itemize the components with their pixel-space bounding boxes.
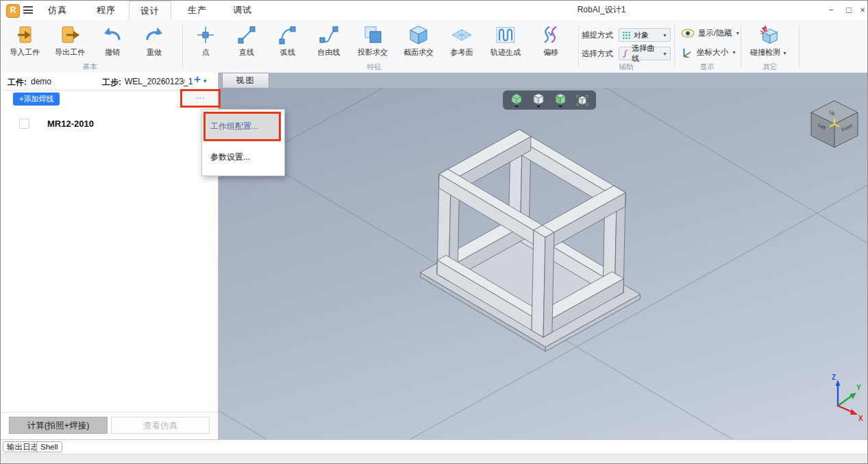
compute-button[interactable]: 计算(拍照+焊接) (9, 417, 108, 434)
button-label: 偏移 (543, 47, 558, 58)
add-weld-line-button[interactable]: +添加焊线 (13, 93, 60, 106)
projection-intersect-icon (362, 24, 384, 46)
group-label-display: 显示 (700, 62, 715, 72)
iso-view-button[interactable] (508, 93, 525, 108)
projection-intersect-button[interactable]: 投影求交 (349, 24, 397, 58)
group-label-feature: 特征 (367, 62, 382, 72)
tab-debug[interactable]: 调试 (223, 1, 262, 19)
chevron-down-icon (514, 106, 519, 108)
left-panel (1, 73, 218, 439)
workpiece-value: demo (31, 77, 51, 86)
show-hide-button[interactable]: 显示/隐藏 ▼ (681, 28, 740, 38)
import-icon (14, 24, 36, 46)
button-label: 轨迹生成 (491, 47, 521, 58)
menu-item-param-settings[interactable]: 参数设置... (206, 149, 280, 165)
section-intersect-icon (408, 24, 430, 46)
group-label-other: 其它 (763, 62, 778, 72)
undo-button[interactable]: 撤销 (92, 24, 133, 58)
chevron-down-icon: ▼ (782, 51, 787, 56)
viewport-canvas[interactable]: Up Left Front Z Y X (219, 88, 868, 439)
ribbon-separator (674, 24, 675, 68)
tab-simulation[interactable]: 仿真 (38, 1, 77, 19)
select-mode-dropdown[interactable]: 选择曲线 ▼ (619, 47, 671, 60)
chevron-down-icon (536, 106, 541, 108)
point-icon (195, 24, 216, 46)
arc-button[interactable]: 弧线 (267, 24, 308, 58)
bottom-tab-bar (1, 439, 867, 454)
status-bar (1, 454, 867, 464)
app-logo-icon[interactable]: R (6, 4, 20, 18)
annotation-highlight-more-button (180, 89, 221, 108)
chevron-down-icon: ▼ (735, 31, 740, 36)
select-mode-value: 选择曲线 (632, 43, 660, 64)
show-hide-label: 显示/隐藏 (698, 28, 732, 38)
iso-view-icon (510, 93, 523, 105)
face-view-button[interactable] (530, 93, 547, 108)
viewport-tab-view[interactable]: 视图 (222, 73, 269, 88)
fit-view-button[interactable] (574, 95, 591, 106)
minimize-button[interactable]: − (823, 1, 839, 19)
chevron-down-icon: ▼ (732, 50, 736, 55)
line-button[interactable]: 直线 (226, 24, 267, 58)
tab-design[interactable]: 设计 (129, 1, 171, 21)
point-button[interactable]: 点 (185, 24, 226, 58)
add-step-button[interactable]: + (194, 73, 201, 86)
tab-production[interactable]: 生产 (178, 1, 216, 19)
workpiece-label: 工件: (8, 77, 27, 88)
shaded-view-button[interactable] (552, 93, 569, 108)
button-label: 自由线 (318, 47, 340, 58)
button-label: 直线 (239, 47, 254, 58)
shaded-view-icon (554, 93, 567, 105)
collision-detect-icon (758, 24, 780, 46)
chevron-down-icon: ▼ (662, 33, 667, 38)
coord-size-button[interactable]: 坐标大小 ▼ (681, 47, 736, 58)
arc-icon (277, 24, 299, 46)
export-workpiece-button[interactable]: 导出工件 (49, 24, 90, 58)
axis-y-label: Y (856, 384, 861, 391)
button-label: 截面求交 (404, 47, 434, 58)
trajectory-generate-button[interactable]: 轨迹生成 (482, 24, 530, 58)
snap-mode-dropdown[interactable]: 对象 ▼ (619, 28, 671, 42)
fit-view-icon (575, 95, 589, 106)
close-button[interactable]: × (854, 1, 868, 19)
ribbon-separator (578, 24, 579, 68)
offset-button[interactable]: 偏移 (530, 24, 571, 58)
annotation-highlight-workgroup-config (203, 112, 281, 141)
free-line-button[interactable]: 自由线 (308, 24, 349, 58)
snap-grid-icon (622, 31, 631, 40)
weld-item-label[interactable]: MR12-2010 (47, 119, 94, 129)
tab-program[interactable]: 程序 (87, 1, 125, 19)
button-label: 重做 (147, 47, 162, 58)
axis-z-label: Z (832, 374, 836, 381)
collision-detect-button[interactable]: 碰撞检测 ▼ (746, 24, 791, 58)
button-label: 导入工件 (10, 47, 40, 58)
application-window: R 仿真 程序 设计 生产 调试 RobAI_设计1 − □ × 导入工件 导出… (0, 0, 868, 464)
reference-plane-button[interactable]: 参考面 (441, 24, 482, 58)
button-label: 撤销 (105, 47, 120, 58)
button-label: 点 (202, 47, 210, 58)
eye-icon (681, 28, 695, 38)
button-label: 投影求交 (358, 47, 388, 58)
hamburger-menu-icon[interactable] (23, 6, 33, 14)
section-intersect-button[interactable]: 截面求交 (395, 24, 443, 58)
weld-item-checkbox[interactable] (19, 119, 29, 129)
redo-icon (143, 24, 165, 46)
view-simulation-button[interactable]: 查看仿真 (111, 417, 210, 434)
chevron-down-icon[interactable]: ▾ (203, 77, 207, 84)
frame-model[interactable] (420, 130, 640, 352)
ribbon-separator (741, 24, 741, 68)
divider (1, 412, 218, 413)
import-workpiece-button[interactable]: 导入工件 (4, 24, 45, 58)
undo-icon (101, 24, 123, 46)
view-cube[interactable]: Up Left Front (811, 101, 858, 147)
redo-button[interactable]: 重做 (134, 24, 175, 58)
export-icon (59, 24, 81, 46)
chevron-down-icon[interactable]: ∨ (182, 77, 186, 84)
window-title: RobAI_设计1 (578, 1, 626, 19)
coordinate-axes-icon (681, 47, 693, 58)
button-label: 碰撞检测 ▼ (750, 47, 787, 58)
snap-mode-label: 捕捉方式 (582, 30, 613, 40)
tab-shell[interactable]: Shell (36, 441, 62, 452)
select-curve-icon (622, 49, 629, 58)
viewport-tab-row (219, 73, 868, 88)
